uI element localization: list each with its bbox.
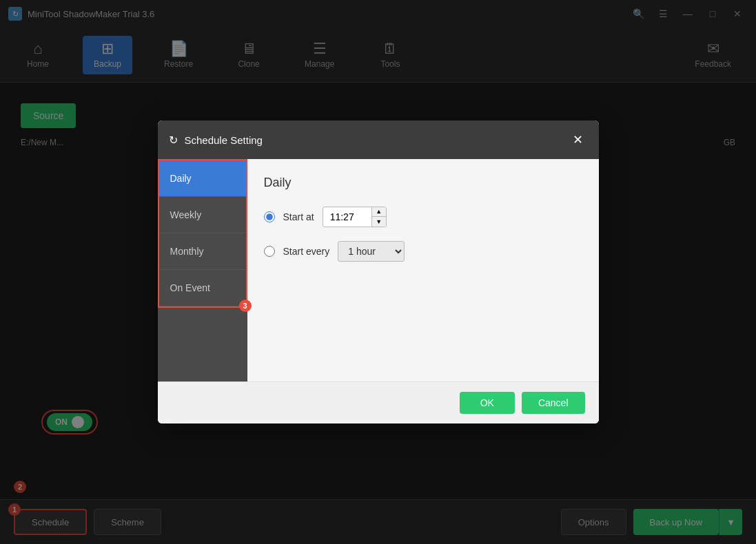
cancel-button[interactable]: Cancel [522, 392, 585, 414]
start-every-row: Start every 1 hour 2 hours 3 hours 4 hou… [264, 241, 582, 262]
start-every-radio[interactable] [264, 246, 275, 257]
time-spinners: ▲ ▼ [371, 207, 386, 227]
start-at-radio[interactable] [264, 211, 275, 222]
ok-button[interactable]: OK [460, 392, 515, 414]
time-input-wrapper: ▲ ▼ [323, 207, 387, 227]
sidebar-item-daily[interactable]: Daily [159, 160, 246, 197]
content-title: Daily [264, 176, 582, 190]
modal-footer: OK Cancel [158, 381, 599, 423]
modal-sidebar: Daily Weekly Monthly On Event 3 [158, 159, 247, 381]
modal-body: Daily Weekly Monthly On Event 3 Daily [158, 159, 599, 381]
modal-title: Schedule Setting [185, 134, 263, 146]
sidebar-item-weekly[interactable]: Weekly [159, 197, 246, 233]
hour-select[interactable]: 1 hour 2 hours 3 hours 4 hours 6 hours 8… [338, 241, 405, 262]
time-down-btn[interactable]: ▼ [372, 217, 386, 227]
modal-overlay: ↻ Schedule Setting ✕ Daily Weekly Monthl… [0, 0, 756, 544]
time-input[interactable] [323, 208, 371, 226]
time-up-btn[interactable]: ▲ [372, 207, 386, 217]
start-every-label: Start every [283, 246, 330, 257]
start-at-label: Start at [283, 211, 314, 222]
sidebar-item-on-event[interactable]: On Event [159, 270, 246, 306]
modal-close-button[interactable]: ✕ [569, 130, 588, 149]
sidebar-item-monthly[interactable]: Monthly [159, 233, 246, 270]
start-at-row: Start at ▲ ▼ [264, 207, 582, 227]
badge-3: 3 [239, 300, 252, 312]
schedule-modal: ↻ Schedule Setting ✕ Daily Weekly Monthl… [158, 121, 599, 423]
modal-header-icon: ↻ [169, 134, 178, 147]
modal-content: Daily Start at ▲ ▼ Sta [247, 159, 599, 381]
modal-header: ↻ Schedule Setting ✕ [158, 121, 599, 159]
